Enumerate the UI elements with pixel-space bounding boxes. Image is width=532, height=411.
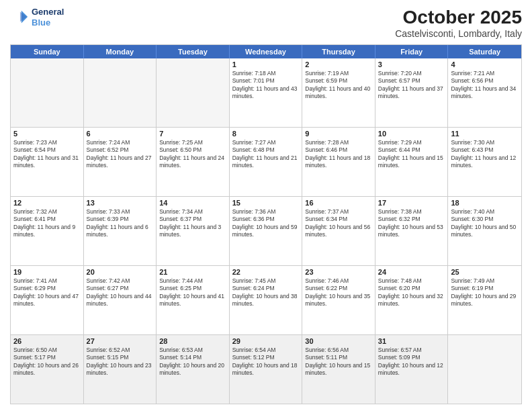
- day-number: 19: [13, 268, 81, 276]
- weekday-header: Sunday: [11, 45, 84, 58]
- calendar-cell: 5Sunrise: 7:23 AM Sunset: 6:54 PM Daylig…: [11, 128, 84, 196]
- day-number: 21: [159, 268, 226, 276]
- calendar-cell: 21Sunrise: 7:44 AM Sunset: 6:25 PM Dayli…: [157, 266, 230, 334]
- weekday-header: Saturday: [448, 45, 521, 58]
- calendar-row: 26Sunrise: 6:50 AM Sunset: 5:17 PM Dayli…: [11, 334, 521, 404]
- calendar-body: 1Sunrise: 7:18 AM Sunset: 7:01 PM Daylig…: [11, 58, 521, 404]
- calendar-cell: 31Sunrise: 6:57 AM Sunset: 5:09 PM Dayli…: [375, 335, 449, 404]
- calendar-cell: 3Sunrise: 7:20 AM Sunset: 6:57 PM Daylig…: [375, 58, 449, 127]
- calendar-cell: [84, 58, 157, 127]
- calendar-cell: 2Sunrise: 7:19 AM Sunset: 6:59 PM Daylig…: [302, 58, 375, 127]
- day-info: Sunrise: 7:27 AM Sunset: 6:48 PM Dayligh…: [232, 139, 300, 170]
- day-number: 13: [87, 199, 154, 207]
- day-info: Sunrise: 6:54 AM Sunset: 5:12 PM Dayligh…: [232, 347, 300, 377]
- calendar-cell: 27Sunrise: 6:52 AM Sunset: 5:15 PM Dayli…: [84, 335, 157, 404]
- calendar-header: SundayMondayTuesdayWednesdayThursdayFrid…: [11, 45, 521, 58]
- day-number: 12: [13, 199, 81, 207]
- day-info: Sunrise: 6:56 AM Sunset: 5:11 PM Dayligh…: [305, 347, 372, 377]
- day-number: 27: [87, 337, 154, 345]
- weekday-header: Monday: [84, 45, 157, 58]
- calendar-cell: 14Sunrise: 7:34 AM Sunset: 6:37 PM Dayli…: [157, 197, 230, 265]
- day-info: Sunrise: 7:25 AM Sunset: 6:50 PM Dayligh…: [159, 139, 226, 170]
- calendar-row: 5Sunrise: 7:23 AM Sunset: 6:54 PM Daylig…: [11, 127, 521, 196]
- calendar-cell: 26Sunrise: 6:50 AM Sunset: 5:17 PM Dayli…: [11, 335, 84, 404]
- day-number: 11: [451, 130, 519, 138]
- day-number: 31: [378, 337, 445, 345]
- calendar-cell: 1Sunrise: 7:18 AM Sunset: 7:01 PM Daylig…: [230, 58, 303, 127]
- calendar: SundayMondayTuesdayWednesdayThursdayFrid…: [10, 44, 522, 404]
- weekday-header: Friday: [375, 45, 449, 58]
- weekday-header: Tuesday: [157, 45, 230, 58]
- header: General Blue October 2025 Castelvisconti…: [10, 7, 522, 39]
- calendar-row: 12Sunrise: 7:32 AM Sunset: 6:41 PM Dayli…: [11, 196, 521, 265]
- day-number: 3: [378, 60, 445, 68]
- calendar-cell: 17Sunrise: 7:38 AM Sunset: 6:32 PM Dayli…: [375, 197, 449, 265]
- calendar-cell: 12Sunrise: 7:32 AM Sunset: 6:41 PM Dayli…: [11, 197, 84, 265]
- day-number: 16: [305, 199, 372, 207]
- calendar-cell: 11Sunrise: 7:30 AM Sunset: 6:43 PM Dayli…: [448, 128, 521, 196]
- day-number: 23: [305, 268, 372, 276]
- day-info: Sunrise: 7:40 AM Sunset: 6:30 PM Dayligh…: [451, 208, 519, 239]
- calendar-cell: 6Sunrise: 7:24 AM Sunset: 6:52 PM Daylig…: [84, 128, 157, 196]
- day-number: 18: [451, 199, 519, 207]
- calendar-cell: 29Sunrise: 6:54 AM Sunset: 5:12 PM Dayli…: [230, 335, 303, 404]
- calendar-cell: 18Sunrise: 7:40 AM Sunset: 6:30 PM Dayli…: [448, 197, 521, 265]
- day-info: Sunrise: 6:53 AM Sunset: 5:14 PM Dayligh…: [159, 347, 226, 377]
- day-info: Sunrise: 7:29 AM Sunset: 6:44 PM Dayligh…: [378, 139, 445, 170]
- calendar-cell: 23Sunrise: 7:46 AM Sunset: 6:22 PM Dayli…: [302, 266, 375, 334]
- day-info: Sunrise: 7:42 AM Sunset: 6:27 PM Dayligh…: [87, 277, 154, 308]
- calendar-cell: 10Sunrise: 7:29 AM Sunset: 6:44 PM Dayli…: [375, 128, 449, 196]
- day-number: 8: [232, 130, 300, 138]
- day-number: 20: [87, 268, 154, 276]
- day-number: 4: [451, 60, 519, 68]
- calendar-cell: 15Sunrise: 7:36 AM Sunset: 6:36 PM Dayli…: [230, 197, 303, 265]
- day-number: 25: [451, 268, 519, 276]
- calendar-cell: 24Sunrise: 7:48 AM Sunset: 6:20 PM Dayli…: [375, 266, 449, 334]
- day-number: 22: [232, 268, 300, 276]
- day-info: Sunrise: 7:20 AM Sunset: 6:57 PM Dayligh…: [378, 70, 445, 101]
- day-info: Sunrise: 7:32 AM Sunset: 6:41 PM Dayligh…: [13, 208, 81, 239]
- day-info: Sunrise: 6:52 AM Sunset: 5:15 PM Dayligh…: [87, 347, 154, 377]
- calendar-cell: 22Sunrise: 7:45 AM Sunset: 6:24 PM Dayli…: [230, 266, 303, 334]
- day-number: 9: [305, 130, 372, 138]
- month-title: October 2025: [395, 7, 522, 28]
- day-number: 15: [232, 199, 300, 207]
- day-info: Sunrise: 7:46 AM Sunset: 6:22 PM Dayligh…: [305, 277, 372, 308]
- calendar-cell: 9Sunrise: 7:28 AM Sunset: 6:46 PM Daylig…: [302, 128, 375, 196]
- calendar-cell: [11, 58, 84, 127]
- calendar-cell: 25Sunrise: 7:49 AM Sunset: 6:19 PM Dayli…: [448, 266, 521, 334]
- calendar-cell: 8Sunrise: 7:27 AM Sunset: 6:48 PM Daylig…: [230, 128, 303, 196]
- day-number: 14: [159, 199, 226, 207]
- day-number: 6: [87, 130, 154, 138]
- day-number: 29: [232, 337, 300, 345]
- day-info: Sunrise: 7:38 AM Sunset: 6:32 PM Dayligh…: [378, 208, 445, 239]
- day-number: 28: [159, 337, 226, 345]
- title-block: October 2025 Castelvisconti, Lombardy, I…: [395, 7, 522, 39]
- calendar-cell: 4Sunrise: 7:21 AM Sunset: 6:56 PM Daylig…: [448, 58, 521, 127]
- day-info: Sunrise: 6:57 AM Sunset: 5:09 PM Dayligh…: [378, 347, 445, 377]
- calendar-cell: 20Sunrise: 7:42 AM Sunset: 6:27 PM Dayli…: [84, 266, 157, 334]
- calendar-cell: 7Sunrise: 7:25 AM Sunset: 6:50 PM Daylig…: [157, 128, 230, 196]
- day-info: Sunrise: 7:18 AM Sunset: 7:01 PM Dayligh…: [232, 70, 300, 101]
- calendar-cell: 19Sunrise: 7:41 AM Sunset: 6:29 PM Dayli…: [11, 266, 84, 334]
- weekday-header: Wednesday: [230, 45, 303, 58]
- day-info: Sunrise: 7:48 AM Sunset: 6:20 PM Dayligh…: [378, 277, 445, 308]
- calendar-row: 1Sunrise: 7:18 AM Sunset: 7:01 PM Daylig…: [11, 58, 521, 127]
- day-number: 10: [378, 130, 445, 138]
- day-info: Sunrise: 7:49 AM Sunset: 6:19 PM Dayligh…: [451, 277, 519, 308]
- day-info: Sunrise: 7:30 AM Sunset: 6:43 PM Dayligh…: [451, 139, 519, 170]
- day-number: 30: [305, 337, 372, 345]
- day-info: Sunrise: 7:36 AM Sunset: 6:36 PM Dayligh…: [232, 208, 300, 239]
- day-info: Sunrise: 7:45 AM Sunset: 6:24 PM Dayligh…: [232, 277, 300, 308]
- day-info: Sunrise: 7:44 AM Sunset: 6:25 PM Dayligh…: [159, 277, 226, 308]
- day-info: Sunrise: 7:23 AM Sunset: 6:54 PM Dayligh…: [13, 139, 81, 170]
- logo-text: General Blue: [32, 7, 64, 28]
- day-number: 7: [159, 130, 226, 138]
- day-number: 17: [378, 199, 445, 207]
- page: General Blue October 2025 Castelvisconti…: [0, 0, 532, 411]
- day-number: 1: [232, 60, 300, 68]
- location: Castelvisconti, Lombardy, Italy: [395, 28, 522, 39]
- calendar-cell: 16Sunrise: 7:37 AM Sunset: 6:34 PM Dayli…: [302, 197, 375, 265]
- day-info: Sunrise: 7:33 AM Sunset: 6:39 PM Dayligh…: [87, 208, 154, 239]
- calendar-row: 19Sunrise: 7:41 AM Sunset: 6:29 PM Dayli…: [11, 265, 521, 334]
